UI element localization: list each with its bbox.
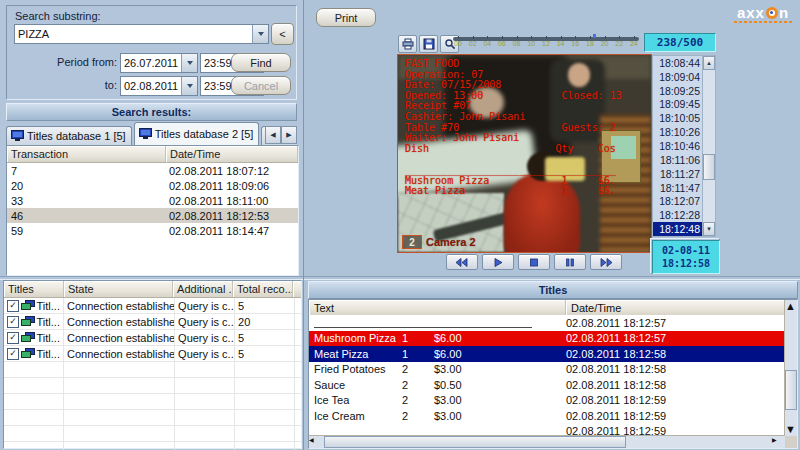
transaction-row[interactable]: 20 02.08.2011 18:09:06	[7, 178, 298, 193]
connection-checkbox[interactable]: ✓	[7, 332, 19, 344]
column-header-total[interactable]: Total reco...	[233, 281, 293, 297]
scroll-up-button[interactable]: ▲	[785, 300, 797, 313]
save-frame-button[interactable]	[419, 35, 438, 53]
column-header-datetime[interactable]: Date/Time	[566, 300, 785, 315]
transaction-row[interactable]: 59 02.08.2011 18:14:47	[7, 223, 298, 238]
timestamp-item[interactable]: 18:10:26	[653, 125, 703, 139]
pause-button[interactable]	[554, 254, 586, 270]
scroll-up-button[interactable]: ▲	[703, 56, 715, 70]
title-row[interactable]: Mushroom Pizza 1 $6.00 02.08.2011 18:12:…	[309, 331, 785, 347]
table-empty-row	[4, 426, 301, 442]
date-from-dropdown-button[interactable]	[181, 54, 197, 72]
tab-titles-database[interactable]: Titles database 2 [5]	[134, 122, 260, 145]
title-row[interactable]: Ice Cream 2 $3.00 02.08.2011 18:12:59	[309, 408, 785, 424]
collapse-button[interactable]: <	[271, 23, 294, 45]
printer-icon	[402, 38, 414, 50]
titles-table: Text Date/Time 02.08.2011 18:12:57 Mushr…	[308, 299, 798, 449]
title-row[interactable]: Ice Tea 2 $3.00 02.08.2011 18:12:59	[309, 393, 785, 409]
print-frame-button[interactable]	[398, 35, 417, 53]
timestamp-item[interactable]: 18:12:28	[653, 208, 703, 222]
column-header-transaction[interactable]: Transaction	[7, 146, 166, 162]
connection-row[interactable]: ✓ Titl... Connection established Query i…	[4, 346, 301, 362]
connection-row[interactable]: ✓ Titl... Connection established Query i…	[4, 298, 301, 314]
cancel-button[interactable]: Cancel	[231, 76, 291, 95]
scroll-down-button[interactable]: ▼	[703, 222, 715, 236]
item-price: $6.00	[434, 332, 494, 344]
clock-date: 02-08-11	[662, 244, 710, 257]
stop-icon	[526, 258, 542, 267]
tab-scroll-left-button[interactable]: ◀	[265, 126, 281, 144]
timestamp-item[interactable]: 18:11:47	[653, 181, 703, 195]
database-tabs: Titles database 1 [5] Titles database 2 …	[5, 121, 297, 145]
timestamp-item[interactable]: 18:09:45	[653, 98, 703, 112]
timestamp-item[interactable]: 18:09:04	[653, 70, 703, 84]
title-row[interactable]: Meat Pizza 1 $6.00 02.08.2011 18:12:58	[309, 346, 785, 362]
titles-horizontal-scrollbar[interactable]: ◀ ▶	[309, 435, 785, 448]
timestamp-item[interactable]: 18:12:48	[653, 222, 703, 236]
print-button[interactable]: Print	[316, 8, 376, 27]
timestamp-value: 18:10:46	[659, 140, 700, 152]
timestamp-item[interactable]: 18:08:44	[653, 56, 703, 70]
titles-table-header: Text Date/Time	[309, 300, 785, 316]
column-header-datetime[interactable]: Date/Time	[166, 146, 298, 162]
tab-titles-database[interactable]: Titles database 1 [5]	[6, 126, 132, 145]
title-row[interactable]: Sauce 2 $0.50 02.08.2011 18:12:58	[309, 377, 785, 393]
timestamp-item[interactable]: 18:12:07	[653, 194, 703, 208]
transaction-row[interactable]: 33 02.08.2011 18:11:00	[7, 193, 298, 208]
find-button[interactable]: Find	[231, 53, 291, 72]
database-monitor-icon	[11, 130, 24, 141]
connection-row[interactable]: ✓ Titl... Connection established Query i…	[4, 330, 301, 346]
rewind-button[interactable]	[446, 254, 478, 270]
date-to-field[interactable]: 02.08.2011	[120, 76, 198, 96]
search-dropdown-button[interactable]	[252, 25, 268, 43]
date-to-dropdown-button[interactable]	[181, 77, 197, 95]
connection-checkbox[interactable]: ✓	[7, 316, 19, 328]
connection-row[interactable]: ✓ Titl... Connection established Query i…	[4, 314, 301, 330]
connection-checkbox[interactable]: ✓	[7, 348, 19, 360]
title-row[interactable]: 02.08.2011 18:12:57	[309, 315, 785, 331]
titles-vertical-scrollbar[interactable]: ▲ ▼	[784, 300, 797, 436]
column-header-state[interactable]: State	[64, 281, 173, 297]
item-name: Ice Tea	[314, 394, 402, 406]
connection-state: Connection established	[67, 300, 175, 312]
scrollbar-track[interactable]	[626, 436, 772, 448]
title-row[interactable]: Fried Potatoes 2 $3.00 02.08.2011 18:12:…	[309, 362, 785, 378]
play-button[interactable]	[482, 254, 514, 270]
timestamp-scrollbar[interactable]: ▲ ▼	[702, 55, 716, 237]
fast-forward-button[interactable]	[590, 254, 622, 270]
transaction-row[interactable]: 7 02.08.2011 18:07:12	[7, 163, 298, 178]
timestamp-item[interactable]: 18:11:27	[653, 167, 703, 181]
scrollbar-thumb[interactable]	[703, 154, 715, 180]
timeline-marker[interactable]	[593, 34, 596, 38]
scrollbar-thumb[interactable]	[324, 436, 626, 448]
column-header-titles[interactable]: Titles	[4, 281, 64, 297]
clock-display: 02-08-11 18:12:58	[652, 240, 720, 274]
brand-logo: axxn	[734, 5, 792, 23]
scrollbar-track[interactable]	[785, 313, 797, 423]
transaction-row[interactable]: 46 02.08.2011 18:12:53	[7, 208, 298, 223]
timestamp-item[interactable]: 18:10:05	[653, 111, 703, 125]
item-price: $3.00	[434, 394, 494, 406]
timeline-ruler[interactable]: 00 02 04 06 08 10 12 14 16 18 20 22 24	[453, 34, 639, 50]
scrollbar-thumb[interactable]	[785, 370, 797, 410]
dual-monitor-icon	[21, 300, 35, 311]
timestamp-value: 18:11:06	[660, 154, 700, 166]
video-frame[interactable]: FAST FOOD Operation: 07 Date: 07/15/2008…	[397, 54, 652, 253]
timestamp-value: 18:11:47	[660, 182, 700, 194]
scrollbar-track[interactable]	[703, 70, 715, 222]
timestamp-item[interactable]: 18:10:46	[653, 139, 703, 153]
timestamp-item[interactable]: 18:09:25	[653, 84, 703, 98]
connection-checkbox[interactable]: ✓	[7, 300, 19, 312]
scroll-right-button[interactable]: ▶	[772, 436, 785, 448]
column-header-text[interactable]: Text	[309, 300, 566, 315]
stop-button[interactable]	[518, 254, 550, 270]
tab-scroll-right-button[interactable]: ▶	[281, 126, 297, 144]
scroll-left-button[interactable]: ◀	[309, 436, 322, 448]
play-icon	[490, 258, 506, 267]
timeline-tick-label: 06	[497, 40, 507, 47]
search-input[interactable]: PIZZA	[14, 24, 269, 44]
date-from-field[interactable]: 26.07.2011	[120, 53, 198, 73]
column-header-additional[interactable]: Additional ...	[173, 281, 233, 297]
scroll-down-button[interactable]: ▼	[785, 423, 797, 436]
timestamp-item[interactable]: 18:11:06	[653, 153, 703, 167]
